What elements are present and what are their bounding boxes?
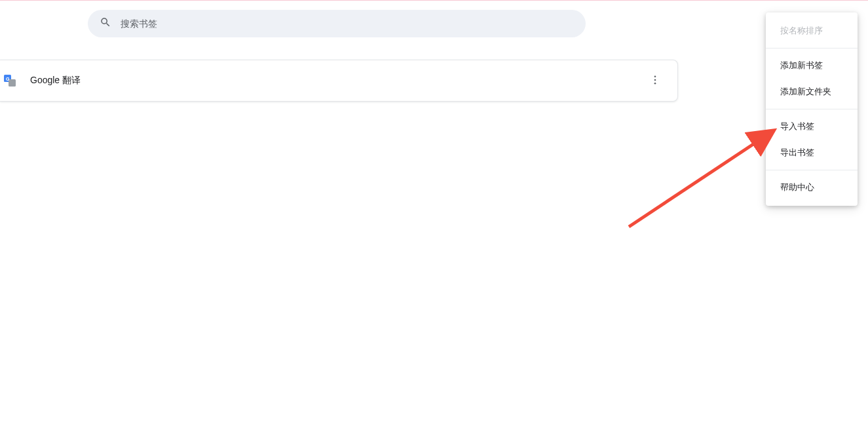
search-bar-container xyxy=(0,1,868,37)
menu-separator xyxy=(766,109,858,109)
search-input[interactable] xyxy=(121,18,574,29)
svg-text:G: G xyxy=(6,77,10,81)
menu-separator xyxy=(766,48,858,48)
bookmark-more-button[interactable] xyxy=(643,69,667,92)
menu-item-export-bookmarks[interactable]: 导出书签 xyxy=(766,140,858,166)
google-translate-favicon-icon: G xyxy=(4,75,16,87)
bookmarks-context-menu: 按名称排序 添加新书签 添加新文件夹 导入书签 导出书签 帮助中心 xyxy=(766,12,858,206)
annotation-arrow-icon xyxy=(622,122,780,233)
svg-point-3 xyxy=(654,75,656,77)
menu-item-sort-by-name: 按名称排序 xyxy=(766,18,858,44)
menu-separator xyxy=(766,170,858,170)
bookmark-row[interactable]: G Google 翻译 xyxy=(0,60,678,102)
svg-line-6 xyxy=(629,131,773,227)
more-vertical-icon xyxy=(649,74,661,88)
svg-rect-1 xyxy=(9,79,16,87)
menu-item-add-bookmark[interactable]: 添加新书签 xyxy=(766,52,858,79)
svg-point-5 xyxy=(654,82,656,84)
menu-item-import-bookmarks[interactable]: 导入书签 xyxy=(766,113,858,140)
search-box[interactable] xyxy=(88,10,586,37)
menu-item-add-folder[interactable]: 添加新文件夹 xyxy=(766,79,858,105)
menu-item-help-center[interactable]: 帮助中心 xyxy=(766,174,858,201)
search-icon xyxy=(100,16,111,31)
svg-point-4 xyxy=(654,79,656,81)
bookmark-title: Google 翻译 xyxy=(30,75,643,87)
